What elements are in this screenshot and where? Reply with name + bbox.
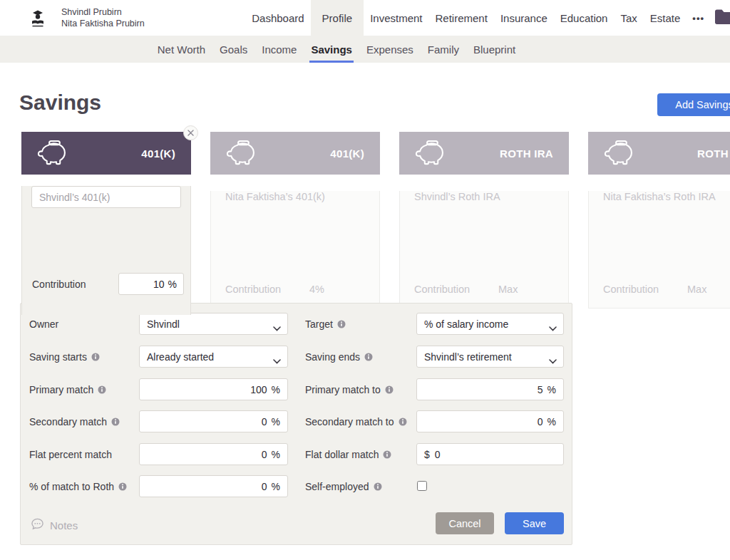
nav-item-tax[interactable]: Tax: [614, 0, 643, 36]
percent-suffix: %: [272, 481, 280, 492]
flat-dollar-match-input[interactable]: $ 0: [416, 443, 564, 465]
info-icon[interactable]: [91, 353, 100, 361]
subnav-item-blueprint[interactable]: Blueprint: [466, 36, 523, 63]
primary-match-to-input[interactable]: 5 %: [416, 378, 564, 400]
contribution-value: Max: [687, 284, 706, 295]
subnav-item-income[interactable]: Income: [255, 36, 304, 63]
contribution-value: Max: [498, 284, 518, 295]
owner-select[interactable]: Shvindl: [139, 313, 288, 335]
savings-card-shvindl-401k: 401(K) Contribution 10 %: [21, 132, 191, 315]
piggy-bank-icon: [604, 139, 637, 168]
app-header: Shvindl Prubirn Nita Faktisha Prubirn Da…: [0, 0, 730, 36]
saving-ends-select[interactable]: Shvindl’s retirement: [416, 346, 564, 368]
brand-logo-icon[interactable]: [30, 7, 47, 28]
secondary-match-to-value: 0: [538, 416, 543, 427]
percent-suffix: %: [272, 416, 280, 427]
client-selector[interactable]: Shvindl Prubirn Nita Faktisha Prubirn: [61, 6, 145, 29]
saving-starts-value: Already started: [147, 351, 214, 363]
subnav-item-family[interactable]: Family: [421, 36, 466, 63]
client-name-secondary: Nita Faktisha Prubirn: [61, 18, 145, 29]
card-body: Shvindl’s Roth IRA Contribution Max: [399, 191, 569, 308]
subnav-item-goals[interactable]: Goals: [212, 36, 255, 63]
contribution-label: Contribution: [32, 279, 86, 290]
info-icon[interactable]: [337, 320, 346, 328]
nav-more-button[interactable]: •••: [687, 0, 710, 36]
nav-item-education[interactable]: Education: [554, 0, 615, 36]
contribution-value: 10: [153, 279, 165, 290]
target-select[interactable]: % of salary income: [416, 313, 564, 335]
info-icon[interactable]: [98, 385, 106, 394]
info-icon[interactable]: [383, 450, 391, 459]
match-to-roth-label: % of match to Roth: [29, 481, 114, 492]
chevron-down-icon: [273, 322, 281, 333]
nav-item-retirement[interactable]: Retirement: [429, 0, 494, 36]
flat-dollar-match-label: Flat dollar match: [305, 449, 379, 460]
info-icon[interactable]: [385, 385, 394, 394]
contribution-label: Contribution: [225, 284, 281, 295]
match-to-roth-value: 0: [262, 481, 267, 492]
nav-item-estate[interactable]: Estate: [644, 0, 687, 36]
contribution-input[interactable]: 10 %: [118, 273, 184, 295]
secondary-match-value: 0: [262, 416, 267, 427]
nav-item-insurance[interactable]: Insurance: [494, 0, 554, 36]
client-name-primary: Shvindl Prubirn: [61, 6, 145, 18]
cancel-button[interactable]: Cancel: [436, 512, 494, 534]
primary-match-to-label: Primary match to: [305, 384, 381, 395]
self-employed-checkbox[interactable]: [417, 481, 427, 491]
owner-label: Owner: [29, 318, 58, 330]
close-card-button[interactable]: [183, 125, 198, 140]
saving-starts-select[interactable]: Already started: [139, 346, 288, 368]
account-name-label: Nita Faktisha’s 401(k): [225, 191, 379, 202]
nav-item-investment[interactable]: Investment: [364, 0, 428, 36]
flat-percent-match-label-row: Flat percent match: [29, 443, 112, 465]
card-header: 401(K): [21, 132, 191, 175]
subnav-items: Net Worth Goals Income Savings Expenses …: [150, 36, 523, 63]
contribution-label: Contribution: [414, 284, 470, 295]
subnav-item-savings[interactable]: Savings: [304, 36, 359, 63]
info-icon[interactable]: [364, 353, 373, 361]
info-icon[interactable]: [399, 418, 407, 426]
notes-icon: [31, 517, 44, 533]
saving-ends-label-row: Saving ends: [305, 346, 373, 368]
savings-card-nita-401k[interactable]: 401(K) Nita Faktisha’s 401(k) Contributi…: [210, 132, 380, 308]
account-name-label: Shvindl’s Roth IRA: [414, 191, 568, 202]
card-type-label: 401(K): [330, 147, 364, 160]
folder-icon: [714, 8, 730, 28]
flat-percent-match-label: Flat percent match: [29, 449, 112, 460]
savings-card-shvindl-roth-ira[interactable]: ROTH IRA Shvindl’s Roth IRA Contribution…: [399, 132, 569, 308]
save-button[interactable]: Save: [505, 512, 564, 534]
top-nav: Dashboard Profile Investment Retirement …: [245, 0, 730, 36]
add-saving-button[interactable]: Add Savings: [657, 93, 730, 116]
card-type-label: ROTH IRA: [500, 147, 553, 160]
primary-match-input[interactable]: 100 %: [139, 378, 288, 400]
subnav-item-net-worth[interactable]: Net Worth: [150, 36, 212, 63]
nav-item-profile[interactable]: Profile: [311, 0, 364, 36]
target-value: % of salary income: [424, 318, 508, 330]
self-employed-label-row: Self-employed: [305, 475, 382, 497]
notes-button[interactable]: Notes: [31, 517, 78, 533]
vault-folder-button[interactable]: [714, 0, 730, 36]
info-icon[interactable]: [118, 482, 127, 491]
primary-match-to-label-row: Primary match to: [305, 378, 394, 400]
saving-starts-label-row: Saving starts: [29, 346, 100, 368]
subnav-item-expenses[interactable]: Expenses: [359, 36, 421, 63]
ellipsis-icon: •••: [692, 13, 704, 24]
card-body: Contribution 10 %: [21, 186, 191, 315]
flat-percent-match-input[interactable]: 0 %: [139, 443, 288, 465]
percent-suffix: %: [548, 416, 556, 427]
savings-card-nita-roth-ira[interactable]: ROTH IRA Nita Faktisha’s Roth IRA Contri…: [588, 132, 730, 308]
match-to-roth-input[interactable]: 0 %: [139, 475, 288, 497]
card-header: ROTH IRA: [588, 132, 730, 175]
saving-ends-label: Saving ends: [305, 351, 360, 363]
percent-suffix: %: [272, 384, 280, 395]
account-name-input[interactable]: [31, 186, 181, 208]
secondary-match-to-input[interactable]: 0 %: [416, 410, 564, 432]
nav-item-dashboard[interactable]: Dashboard: [245, 0, 310, 36]
card-type-label: ROTH IRA: [697, 147, 730, 160]
brand-block: Shvindl Prubirn Nita Faktisha Prubirn: [30, 0, 145, 36]
info-icon[interactable]: [111, 418, 120, 426]
saving-detail-panel: Owner Shvindl Target % of salary income …: [20, 303, 572, 545]
info-icon[interactable]: [374, 482, 382, 491]
account-name-label: Nita Faktisha’s Roth IRA: [603, 191, 730, 202]
secondary-match-input[interactable]: 0 %: [139, 410, 288, 432]
